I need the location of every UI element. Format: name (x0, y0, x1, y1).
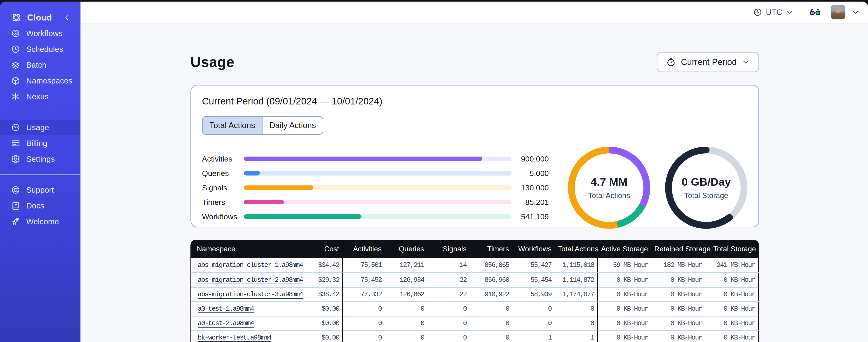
column-header-namespace: Namespace (190, 240, 297, 258)
cell-workflows: 0 (512, 301, 555, 316)
welcome-icon (11, 217, 20, 226)
usage-icon (11, 123, 20, 132)
workflows-icon (11, 29, 20, 38)
cell-timers: 910,922 (470, 287, 512, 301)
chevron-down-icon (742, 58, 750, 66)
cell-retained-storage: 0 KB-Hour (651, 316, 705, 330)
sidebar-item-label: Workflows (26, 29, 63, 38)
tab-total-actions[interactable]: Total Actions (203, 117, 262, 134)
sidebar-collapse-button[interactable] (63, 14, 71, 22)
cell-signals: 22 (427, 287, 470, 301)
bar-fill (244, 200, 284, 204)
stopwatch-icon (666, 57, 676, 67)
clock-icon (753, 8, 762, 17)
sidebar-separator (0, 174, 80, 175)
cell-namespace: abs-migration-cluster-2.a98mm4 (190, 272, 297, 287)
cell-retained-storage: 0 KB-Hour (651, 301, 705, 316)
app-window: Cloud WorkflowsSchedulesBatchNamespacesN… (0, 2, 868, 342)
sidebar-item-usage[interactable]: Usage (0, 119, 80, 135)
namespace-link[interactable]: abs-migration-cluster-2.a98mm4 (198, 276, 303, 284)
panel-title: Current Period (09/01/2024 — 10/01/2024) (202, 96, 748, 107)
sidebar-item-welcome[interactable]: Welcome (0, 214, 80, 230)
donut-total-storage: 0 GB/DayTotal Storage (665, 146, 748, 229)
cell-workflows: 55,427 (512, 258, 555, 272)
cell-total-actions: 1,174,077 (555, 287, 597, 301)
namespace-link[interactable]: abs-migration-cluster-3.a98mm4 (198, 290, 303, 298)
sidebar-item-label: Usage (26, 123, 49, 132)
cell-queries: 0 (385, 316, 427, 330)
cell-queries: 0 (385, 301, 427, 316)
usage-donut-charts: 4.7 MMTotal Actions0 GB/DayTotal Storage (568, 146, 748, 229)
bar-track (244, 185, 512, 190)
sidebar-item-nexus[interactable]: Nexus (0, 89, 80, 104)
cell-retained-storage: 182 MB-Hour (651, 258, 705, 272)
cell-cost: $0.00 (297, 301, 342, 316)
chevron-down-icon (786, 8, 794, 16)
cell-active-storage: 0 KB-Hour (597, 301, 651, 316)
cell-activities: 0 (342, 316, 385, 330)
table-header-row: NamespaceCostActivitiesQueriesSignalsTim… (190, 240, 759, 258)
namespace-link[interactable]: abs-migration-cluster-1.a98mm4 (198, 261, 303, 269)
page-title: Usage (190, 54, 235, 70)
sidebar-item-label: Welcome (26, 217, 59, 226)
cell-cost: $0.00 (297, 330, 342, 342)
cell-namespace: bk-worker-test.a98mm4 (190, 330, 297, 342)
bar-value: 541,109 (512, 212, 549, 221)
sidebar-item-label: Nexus (26, 92, 49, 101)
sidebar-item-namespaces[interactable]: Namespaces (0, 73, 80, 89)
sidebar-item-workflows[interactable]: Workflows (0, 26, 80, 41)
namespace-link[interactable]: a0-test-2.a98mm4 (198, 319, 254, 327)
sidebar-item-settings[interactable]: Settings (0, 151, 80, 167)
tab-daily-actions[interactable]: Daily Actions (262, 117, 322, 134)
donut-label: Total Actions (588, 191, 630, 200)
topbar: UTC (81, 2, 868, 24)
sidebar-item-label: Support (26, 185, 54, 195)
sidebar-item-batch[interactable]: Batch (0, 57, 80, 73)
bar-row-timers: Timers85,201 (202, 195, 549, 209)
table-body: abs-migration-cluster-1.a98mm4$34.4275,5… (190, 258, 759, 342)
cell-cost: $0.00 (297, 316, 342, 330)
period-selector-button[interactable]: Current Period (657, 52, 759, 72)
donut-total-actions: 4.7 MMTotal Actions (568, 146, 650, 229)
column-header-total-actions: Total Actions (555, 240, 597, 258)
nexus-icon (11, 92, 20, 101)
cell-activities: 75,452 (342, 272, 385, 287)
cell-total-actions: 0 (555, 301, 597, 316)
cell-timers: 0 (470, 316, 512, 330)
cell-cost: $29.32 (297, 272, 342, 287)
schedules-icon (11, 44, 20, 54)
sidebar-item-label: Settings (26, 155, 55, 164)
bar-fill (244, 214, 362, 219)
bar-label: Signals (202, 183, 244, 192)
cell-cost: $38.42 (297, 287, 342, 301)
sidebar-item-docs[interactable]: Docs (0, 198, 80, 214)
cell-activities: 77,332 (342, 287, 385, 301)
cell-namespace: abs-migration-cluster-3.a98mm4 (190, 287, 297, 301)
sidebar-item-billing[interactable]: Billing (0, 135, 80, 151)
bar-label: Queries (202, 169, 244, 178)
namespace-link[interactable]: bk-worker-test.a98mm4 (198, 334, 271, 342)
cell-total-actions: 1,115,018 (555, 258, 597, 272)
cell-workflows: 55,454 (512, 272, 555, 287)
account-menu-chevron-down-icon[interactable] (852, 8, 860, 16)
sidebar-item-support[interactable]: Support (0, 182, 80, 198)
donut-label: Total Storage (684, 191, 728, 200)
sidebar-item-label: Batch (26, 61, 46, 69)
bar-track (244, 214, 512, 219)
sidebar-item-schedules[interactable]: Schedules (0, 41, 80, 57)
glasses-icon[interactable] (809, 6, 821, 18)
namespace-link[interactable]: a0-test-1.a98mm4 (198, 305, 254, 313)
sidebar-item-label: Billing (26, 139, 47, 148)
column-header-total-storage: Total Storage (705, 240, 759, 258)
user-avatar[interactable] (831, 5, 845, 20)
cell-workflows: 1 (512, 330, 555, 342)
cell-cost: $34.42 (297, 258, 342, 272)
column-header-signals: Signals (427, 240, 470, 258)
cell-active-storage: 0 KB-Hour (597, 330, 651, 342)
cell-workflows: 0 (512, 316, 555, 330)
cell-total-storage: 0 KB-Hour (705, 287, 759, 301)
bar-row-signals: Signals130,000 (202, 180, 549, 195)
cell-timers: 0 (470, 330, 512, 342)
timezone-selector[interactable]: UTC (753, 8, 794, 17)
cell-namespace: a0-test-1.a98mm4 (190, 301, 297, 316)
